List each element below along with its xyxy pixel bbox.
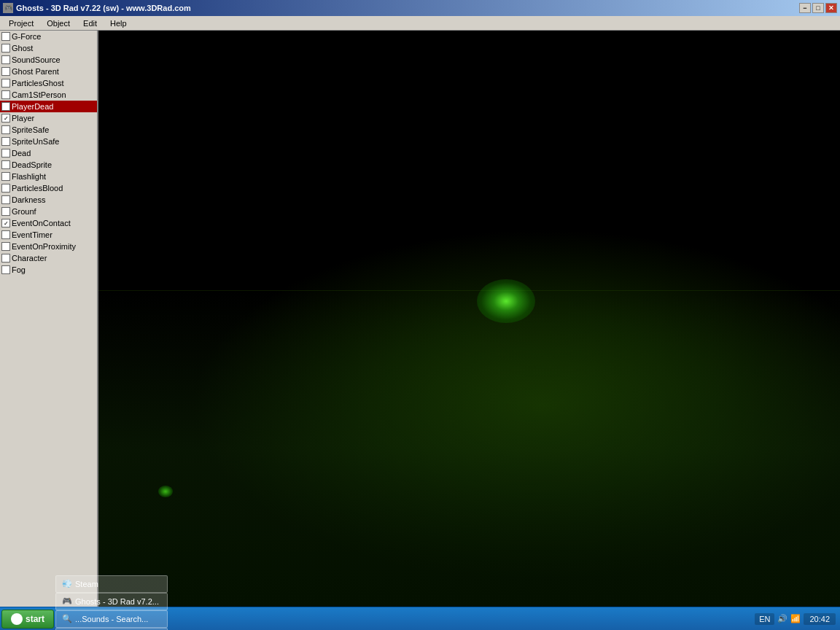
sidebar-item-dead[interactable]: Dead — [0, 147, 97, 159]
sidebar-item-label-ghost: Ghost — [12, 44, 33, 52]
window-controls[interactable]: − □ ✕ — [799, 3, 837, 13]
app-icon: 🎮 — [3, 3, 13, 13]
checkbox-player-dead[interactable] — [1, 102, 10, 111]
sidebar-item-particles-ghost[interactable]: ParticlesGhost — [0, 77, 97, 89]
taskbar-item-label-ghosts-3drad: Ghosts - 3D Rad v7.2... — [75, 597, 159, 606]
sidebar-item-particles-blood[interactable]: ParticlesBlood — [0, 182, 97, 194]
sidebar-item-label-fog: Fog — [12, 265, 26, 274]
sidebar-item-label-player-dead: PlayerDead — [12, 102, 53, 111]
taskbar-item-label-steam: Steam — [75, 580, 98, 588]
taskbar-item-steam[interactable]: 💨Steam — [55, 575, 168, 593]
taskbar-item-icon-steam: 💨 — [62, 579, 72, 589]
menu-item-help[interactable]: Help — [104, 18, 133, 29]
sidebar-item-label-darkness: Darkness — [12, 195, 45, 204]
sidebar-item-label-player: Player — [12, 114, 34, 122]
start-icon: ⊞ — [11, 613, 23, 625]
sidebar-item-label-g-force: G-Force — [12, 32, 41, 41]
sidebar-item-label-event-timer: EventTimer — [12, 230, 52, 239]
taskbar-item-soundhound[interactable]: 🔍...Sounds - Search... — [55, 610, 168, 628]
sidebar-item-label-ghost-parent: Ghost Parent — [12, 67, 59, 76]
checkbox-cam1stperson[interactable] — [1, 90, 10, 99]
checkbox-sprite-unsafe[interactable] — [1, 137, 10, 146]
sidebar-item-label-sound-source: SoundSource — [12, 55, 61, 64]
language-indicator[interactable]: EN — [755, 613, 774, 625]
sidebar-item-label-flashlight: Flashlight — [12, 172, 46, 181]
system-tray-icons: 🔊 📶 — [777, 614, 801, 623]
taskbar-item-icon-soundhound: 🔍 — [62, 614, 72, 624]
title-bar-left: 🎮 Ghosts - 3D Rad v7.22 (sw) - www.3DRad… — [3, 3, 191, 13]
sidebar-item-label-event-on-contact: EventOnContact — [12, 219, 71, 228]
sidebar-item-character[interactable]: Character — [0, 252, 97, 264]
menu-item-object[interactable]: Object — [41, 18, 76, 29]
sidebar-item-sound-source[interactable]: SoundSource — [0, 54, 97, 66]
checkbox-grounf[interactable] — [1, 207, 10, 216]
checkbox-player[interactable] — [1, 114, 10, 122]
sidebar-item-g-force[interactable]: G-Force — [0, 31, 97, 42]
sidebar-item-ghost-parent[interactable]: Ghost Parent — [0, 66, 97, 77]
checkbox-sprite-safe[interactable] — [1, 125, 10, 134]
sidebar-item-player[interactable]: Player — [0, 112, 97, 124]
sidebar-item-label-dead-sprite: DeadSprite — [12, 160, 52, 169]
checkbox-event-on-contact[interactable] — [1, 219, 10, 228]
sidebar-item-dead-sprite[interactable]: DeadSprite — [0, 159, 97, 171]
object-list-sidebar: G-ForceGhostSoundSourceGhost ParentParti… — [0, 31, 98, 607]
taskbar-right: EN 🔊 📶 20:42 — [755, 613, 839, 625]
sidebar-item-label-cam1stperson: Cam1StPerson — [12, 90, 66, 99]
checkbox-event-timer[interactable] — [1, 230, 10, 239]
taskbar-item-icon-ghosts-3drad: 🎮 — [62, 596, 72, 607]
sidebar-item-label-dead: Dead — [12, 149, 31, 158]
menu-item-project[interactable]: Project — [3, 18, 39, 29]
checkbox-flashlight[interactable] — [1, 172, 10, 181]
sidebar-item-label-sprite-safe: SpriteSafe — [12, 125, 49, 134]
taskbar-item-data[interactable]: 📁data — [55, 628, 168, 631]
horizon-line — [98, 290, 840, 291]
viewport-canvas — [98, 31, 840, 607]
sidebar-item-fog[interactable]: Fog — [0, 264, 97, 276]
checkbox-particles-blood[interactable] — [1, 184, 10, 192]
start-label: start — [26, 614, 44, 624]
main-area: G-ForceGhostSoundSourceGhost ParentParti… — [0, 31, 840, 607]
checkbox-ghost[interactable] — [1, 44, 10, 52]
sidebar-item-label-grounf: Grounf — [12, 207, 36, 216]
checkbox-dead[interactable] — [1, 149, 10, 158]
maximize-button[interactable]: □ — [812, 3, 824, 13]
window-title: Ghosts - 3D Rad v7.22 (sw) - www.3DRad.c… — [16, 4, 191, 12]
small-glow-effect — [158, 486, 173, 497]
network-icon: 📶 — [790, 614, 801, 623]
checkbox-character[interactable] — [1, 254, 10, 262]
sidebar-item-label-sprite-unsafe: SpriteUnSafe — [12, 137, 59, 146]
sidebar-item-event-on-proximity[interactable]: EventOnProximity — [0, 241, 97, 252]
title-bar: 🎮 Ghosts - 3D Rad v7.22 (sw) - www.3DRad… — [0, 0, 840, 16]
main-glow-effect — [477, 279, 535, 323]
sidebar-item-cam1stperson[interactable]: Cam1StPerson — [0, 89, 97, 101]
sidebar-item-event-on-contact[interactable]: EventOnContact — [0, 217, 97, 229]
sidebar-item-sprite-safe[interactable]: SpriteSafe — [0, 124, 97, 136]
taskbar-item-label-soundhound: ...Sounds - Search... — [75, 615, 148, 623]
close-button[interactable]: ✕ — [825, 3, 837, 13]
taskbar-item-ghosts-3drad[interactable]: 🎮Ghosts - 3D Rad v7.2... — [55, 593, 168, 610]
sidebar-item-label-event-on-proximity: EventOnProximity — [12, 242, 76, 251]
checkbox-darkness[interactable] — [1, 195, 10, 204]
volume-icon: 🔊 — [777, 614, 788, 623]
taskbar-items: 💨Steam🎮Ghosts - 3D Rad v7.2...🔍...Sounds… — [55, 575, 168, 631]
sidebar-item-ghost[interactable]: Ghost — [0, 42, 97, 54]
sidebar-item-sprite-unsafe[interactable]: SpriteUnSafe — [0, 136, 97, 147]
checkbox-g-force[interactable] — [1, 32, 10, 41]
menu-item-edit[interactable]: Edit — [77, 18, 103, 29]
checkbox-fog[interactable] — [1, 265, 10, 274]
sidebar-item-flashlight[interactable]: Flashlight — [0, 171, 97, 182]
checkbox-sound-source[interactable] — [1, 55, 10, 64]
viewport — [98, 31, 840, 607]
checkbox-particles-ghost[interactable] — [1, 79, 10, 88]
clock: 20:42 — [804, 613, 836, 625]
sidebar-item-label-character: Character — [12, 254, 47, 262]
start-button[interactable]: ⊞ start — [1, 610, 54, 629]
checkbox-dead-sprite[interactable] — [1, 160, 10, 169]
sidebar-item-grounf[interactable]: Grounf — [0, 206, 97, 217]
sidebar-item-player-dead[interactable]: PlayerDead — [0, 101, 97, 112]
sidebar-item-event-timer[interactable]: EventTimer — [0, 229, 97, 241]
checkbox-event-on-proximity[interactable] — [1, 242, 10, 251]
minimize-button[interactable]: − — [799, 3, 811, 13]
sidebar-item-darkness[interactable]: Darkness — [0, 194, 97, 206]
checkbox-ghost-parent[interactable] — [1, 67, 10, 76]
